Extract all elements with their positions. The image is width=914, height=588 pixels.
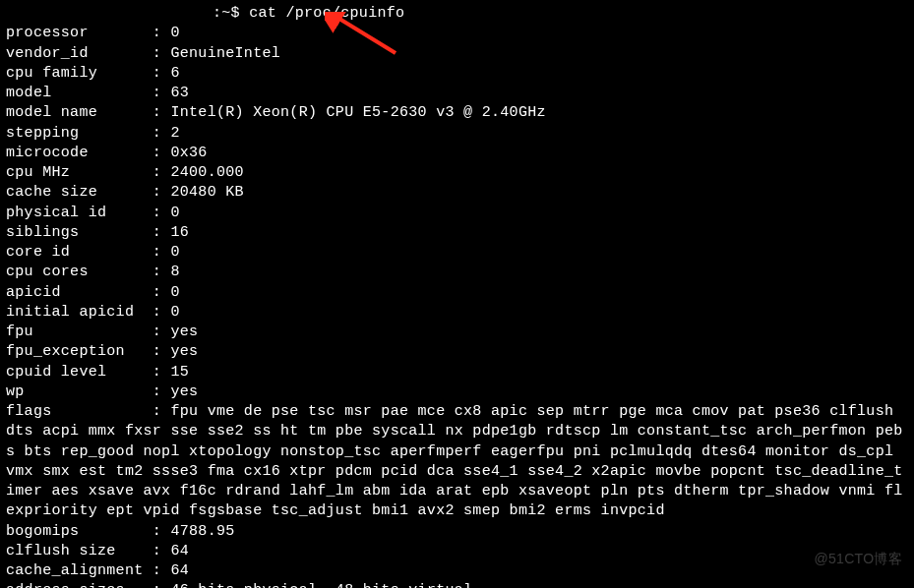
cpuinfo-sep: : xyxy=(152,244,171,261)
cpuinfo-value: 15 xyxy=(170,364,189,381)
cpuinfo-row: physical id : 0 xyxy=(6,204,908,223)
cpuinfo-value: yes xyxy=(170,343,198,360)
cpuinfo-key: address sizes xyxy=(6,582,152,588)
cpuinfo-key: fpu_exception xyxy=(6,343,152,360)
cpuinfo-row: fpu : yes xyxy=(6,323,908,342)
cpuinfo-value: 0 xyxy=(170,25,179,41)
cpuinfo-key: bogomips xyxy=(6,523,152,540)
cpuinfo-key: apicid xyxy=(6,284,152,301)
cpuinfo-sep: : xyxy=(152,523,171,540)
cpuinfo-sep: : xyxy=(152,284,171,301)
cpuinfo-sep: : xyxy=(152,323,171,340)
cpuinfo-key: cpu MHz xyxy=(6,164,152,181)
cpuinfo-value: 64 xyxy=(170,543,189,559)
cpuinfo-value: 0 xyxy=(170,304,179,321)
cpuinfo-sep: : xyxy=(152,264,171,280)
terminal-output[interactable]: :~$ cat /proc/cpuinfo processor : 0vendo… xyxy=(6,4,908,588)
cpuinfo-sep: : xyxy=(152,304,171,321)
cpuinfo-sep: : xyxy=(152,343,171,360)
cpuinfo-value: 6 xyxy=(170,65,179,82)
cpuinfo-value: 20480 KB xyxy=(170,184,243,201)
cpuinfo-row: model name : Intel(R) Xeon(R) CPU E5-263… xyxy=(6,103,908,123)
cpuinfo-row: apicid : 0 xyxy=(6,283,908,303)
prompt-line: :~$ cat /proc/cpuinfo xyxy=(6,4,908,24)
cpuinfo-row: cache size : 20480 KB xyxy=(6,183,908,203)
cpuinfo-sep: : xyxy=(152,364,171,381)
cpuinfo-row: vendor_id : GenuineIntel xyxy=(6,44,908,64)
cpuinfo-sep: : xyxy=(152,184,171,201)
cpuinfo-block: processor : 0vendor_id : GenuineIntelcpu… xyxy=(6,24,908,588)
cpuinfo-value: Intel(R) Xeon(R) CPU E5-2630 v3 @ 2.40GH… xyxy=(170,104,545,121)
cpuinfo-row: fpu_exception : yes xyxy=(6,342,908,362)
cpuinfo-sep: : xyxy=(152,125,171,142)
cpuinfo-sep: : xyxy=(152,582,171,588)
cpuinfo-value: 0 xyxy=(170,244,179,261)
cpuinfo-value: GenuineIntel xyxy=(170,45,280,62)
cpuinfo-value: yes xyxy=(170,323,198,340)
cpuinfo-sep: : xyxy=(152,25,171,41)
cpuinfo-sep: : xyxy=(152,85,171,101)
cpuinfo-key: processor xyxy=(6,25,152,41)
cpuinfo-row: microcode : 0x36 xyxy=(6,144,908,163)
cpuinfo-key: model xyxy=(6,85,152,101)
cpuinfo-row: processor : 0 xyxy=(6,24,908,43)
cpuinfo-sep: : xyxy=(152,104,171,121)
cpuinfo-sep: : xyxy=(152,205,171,221)
cpuinfo-sep: : xyxy=(152,224,171,241)
cpuinfo-key: core id xyxy=(6,244,152,261)
cpuinfo-key: cpu family xyxy=(6,65,152,82)
cpuinfo-sep: : xyxy=(152,562,171,579)
cpuinfo-value: 8 xyxy=(170,264,179,280)
cpuinfo-key: cache size xyxy=(6,184,152,201)
cpuinfo-row: cpuid level : 15 xyxy=(6,363,908,382)
cpuinfo-value: yes xyxy=(170,383,198,400)
cpuinfo-row: cpu MHz : 2400.000 xyxy=(6,163,908,183)
cpuinfo-value: 63 xyxy=(170,85,189,101)
cpuinfo-value: 2400.000 xyxy=(170,164,243,181)
prompt-suffix: :~$ xyxy=(213,4,249,24)
cpuinfo-sep: : xyxy=(152,543,171,559)
cpuinfo-row: address sizes : 46 bits physical, 48 bit… xyxy=(6,581,908,588)
cpuinfo-key: physical id xyxy=(6,205,152,221)
cpuinfo-row: core id : 0 xyxy=(6,243,908,263)
cpuinfo-row: initial apicid : 0 xyxy=(6,303,908,323)
redacted-hostname xyxy=(6,5,213,23)
cpuinfo-value: 0 xyxy=(170,205,179,221)
cpuinfo-key: initial apicid xyxy=(6,304,152,321)
cpuinfo-value: 2 xyxy=(170,125,179,142)
cpuinfo-sep: : xyxy=(152,145,171,161)
command-text: cat /proc/cpuinfo xyxy=(249,4,404,24)
cpuinfo-key: clflush size xyxy=(6,543,152,559)
cpuinfo-key: fpu xyxy=(6,323,152,340)
cpuinfo-row: stepping : 2 xyxy=(6,124,908,144)
cpuinfo-row: wp : yes xyxy=(6,382,908,402)
cpuinfo-key: stepping xyxy=(6,125,152,142)
cpuinfo-row: cache_alignment : 64 xyxy=(6,561,908,581)
cpuinfo-sep: : xyxy=(152,383,171,400)
cpuinfo-sep: : xyxy=(152,164,171,181)
cpuinfo-value: 4788.95 xyxy=(170,523,234,540)
cpuinfo-key: cpu cores xyxy=(6,264,152,280)
cpuinfo-row: siblings : 16 xyxy=(6,223,908,243)
cpuinfo-sep: : xyxy=(152,65,171,82)
cpuinfo-key: wp xyxy=(6,383,152,400)
cpuinfo-key: cache_alignment xyxy=(6,562,152,579)
cpuinfo-value: 0 xyxy=(170,284,179,301)
cpuinfo-row: cpu family : 6 xyxy=(6,64,908,84)
cpuinfo-key: siblings xyxy=(6,224,152,241)
cpuinfo-row: bogomips : 4788.95 xyxy=(6,522,908,542)
cpuinfo-row: cpu cores : 8 xyxy=(6,263,908,282)
cpuinfo-row: clflush size : 64 xyxy=(6,542,908,561)
cpuinfo-sep: : xyxy=(152,45,171,62)
cpuinfo-value: 0x36 xyxy=(170,145,207,161)
cpuinfo-row: model : 63 xyxy=(6,84,908,103)
cpuinfo-key: microcode xyxy=(6,145,152,161)
cpuinfo-key: cpuid level xyxy=(6,364,152,381)
cpuinfo-flags-row: flags : fpu vme de pse tsc msr pae mce c… xyxy=(6,402,908,522)
cpuinfo-value: 64 xyxy=(170,562,189,579)
cpuinfo-key: model name xyxy=(6,104,152,121)
cpuinfo-value: 16 xyxy=(170,224,189,241)
watermark-text: @51CTO博客 xyxy=(815,550,902,568)
cpuinfo-value: 46 bits physical, 48 bits virtual xyxy=(170,582,472,588)
cpuinfo-key: vendor_id xyxy=(6,45,152,62)
